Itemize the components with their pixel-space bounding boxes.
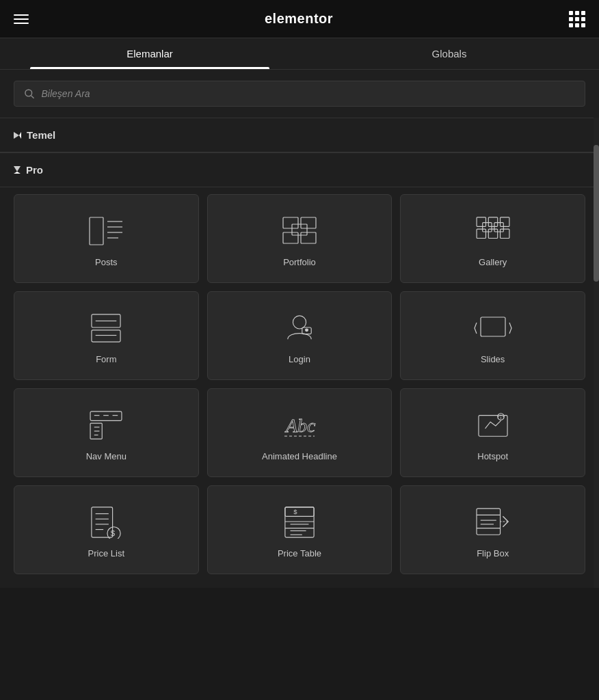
svg-rect-27 [481,317,505,336]
scrollbar-track[interactable] [594,118,599,588]
svg-rect-17 [500,229,509,238]
widget-gallery[interactable]: Gallery [400,194,585,283]
svg-rect-12 [477,217,485,226]
svg-rect-28 [90,411,122,420]
animated-headline-icon: Abc [282,409,317,442]
nav-menu-icon [88,409,124,442]
widget-posts[interactable]: Posts [14,194,199,283]
tab-elemanlar[interactable]: Elemanlar [0,38,300,69]
apps-grid-icon[interactable] [569,11,585,27]
hamburger-menu-icon[interactable] [14,14,29,24]
widget-animated-headline[interactable]: Abc Animated Headline [207,388,392,477]
app-header: elementor [0,0,599,38]
login-icon [282,312,317,345]
slides-icon [474,312,512,345]
price-list-label: Price List [88,548,124,558]
hotspot-label: Hotspot [477,451,508,461]
scrollbar-thumb[interactable] [594,145,599,282]
form-label: Form [96,354,116,364]
svg-rect-51 [285,507,314,537]
animated-headline-label: Animated Headline [262,451,337,461]
widget-price-list[interactable]: $ Price List [14,485,199,574]
widget-nav-menu[interactable]: Nav Menu [14,388,199,477]
svg-text:$: $ [111,529,116,537]
widget-login[interactable]: Login [207,291,392,380]
hotspot-icon [475,409,511,442]
search-container [0,70,599,118]
svg-rect-44 [92,507,113,537]
tab-globals[interactable]: Globals [300,38,599,69]
price-list-icon: $ [88,506,124,539]
svg-rect-59 [477,508,501,534]
svg-point-26 [306,328,308,331]
form-icon [88,312,124,345]
widget-portfolio[interactable]: Portfolio [207,194,392,283]
widget-slides[interactable]: Slides [400,291,585,380]
section-pro-header[interactable]: Pro [0,152,599,187]
gallery-icon [475,215,511,247]
posts-icon [88,215,124,247]
section-temel-title: Temel [27,129,55,141]
svg-rect-14 [500,217,509,226]
section-pro-arrow [14,166,21,174]
svg-rect-9 [283,232,298,243]
svg-point-24 [293,315,306,328]
widget-price-table[interactable]: $ Price Table [207,485,392,574]
svg-rect-21 [92,329,120,341]
widget-form[interactable]: Form [14,291,199,380]
svg-line-1 [31,96,34,98]
price-table-label: Price Table [278,548,321,558]
section-temel-header[interactable]: Temel [0,118,599,152]
svg-text:Abc: Abc [284,415,316,436]
svg-rect-16 [488,229,497,238]
search-icon [24,88,35,99]
svg-rect-7 [283,217,298,228]
svg-rect-15 [477,229,485,238]
widget-flip-box[interactable]: Flip Box [400,485,585,574]
svg-rect-8 [301,217,316,228]
price-table-icon: $ [282,506,317,539]
svg-rect-2 [90,217,103,245]
svg-text:$: $ [293,508,297,515]
gallery-label: Gallery [479,257,507,267]
portfolio-label: Portfolio [283,257,316,267]
svg-rect-52 [285,507,314,515]
search-box [14,81,585,107]
slides-label: Slides [481,354,505,364]
portfolio-icon [282,215,317,247]
posts-label: Posts [95,257,118,267]
svg-point-0 [25,90,32,96]
widget-grid: Posts Portfolio [0,187,599,588]
main-content: Temel Pro Posts [0,118,599,588]
flip-box-icon [475,506,511,539]
tab-bar: Elemanlar Globals [0,38,599,70]
login-label: Login [289,354,310,364]
widget-hotspot[interactable]: Hotspot [400,388,585,477]
svg-rect-18 [482,222,491,231]
section-temel-arrow [14,132,21,139]
flip-box-label: Flip Box [477,548,509,558]
app-title: elementor [265,11,333,27]
svg-rect-11 [292,224,307,235]
section-pro-title: Pro [26,164,43,176]
svg-rect-13 [488,217,497,226]
svg-rect-19 [494,222,503,231]
search-input[interactable] [42,88,576,99]
svg-rect-10 [301,232,316,243]
nav-menu-label: Nav Menu [86,451,127,461]
